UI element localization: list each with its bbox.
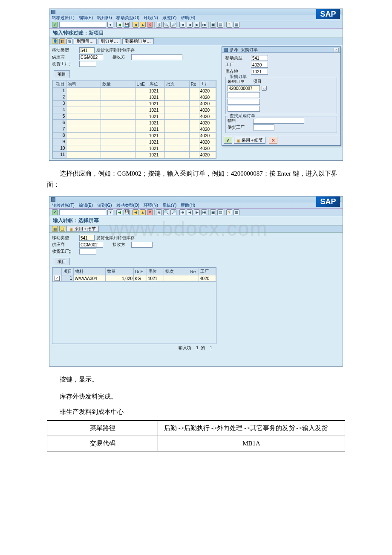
user-icon[interactable]: 👤 bbox=[52, 38, 58, 44]
search-help-icon[interactable]: ⌕ bbox=[262, 86, 267, 91]
layout-icon[interactable]: ▦ bbox=[233, 22, 239, 28]
prev-page-icon[interactable]: ◀ bbox=[187, 22, 193, 28]
batch-cell[interactable] bbox=[164, 275, 189, 281]
re-cell[interactable] bbox=[190, 94, 199, 100]
nav-cancel-icon[interactable]: ✕ bbox=[147, 22, 153, 28]
sloc-cell[interactable] bbox=[148, 101, 164, 107]
batch-cell[interactable] bbox=[165, 126, 189, 132]
next-page-icon[interactable]: ▶ bbox=[194, 22, 200, 28]
material-cell[interactable] bbox=[66, 113, 101, 119]
batch-cell[interactable] bbox=[165, 120, 189, 126]
delete-icon[interactable]: 🗑 bbox=[66, 38, 72, 44]
menu-item[interactable]: 帮助(H) bbox=[181, 202, 195, 208]
une-cell[interactable] bbox=[135, 152, 148, 158]
to-reservation-button[interactable]: 到预留… bbox=[74, 38, 97, 44]
sloc-cell[interactable] bbox=[147, 275, 164, 281]
popup-sloc-input[interactable] bbox=[251, 69, 268, 75]
last-page-icon[interactable]: ⏭ bbox=[201, 209, 207, 215]
sloc-cell[interactable] bbox=[148, 88, 164, 94]
batch-cell[interactable] bbox=[165, 94, 189, 100]
print-icon[interactable]: 🖨 bbox=[156, 209, 162, 215]
sloc-cell[interactable] bbox=[148, 126, 164, 132]
table-row[interactable]: 2 bbox=[53, 94, 216, 101]
sloc-cell[interactable] bbox=[148, 152, 164, 158]
receiving-plant-input[interactable] bbox=[79, 61, 96, 67]
prev-page-icon[interactable]: ◀ bbox=[187, 209, 193, 215]
une-cell[interactable] bbox=[135, 120, 148, 126]
plant-cell[interactable] bbox=[199, 275, 216, 281]
une-cell[interactable] bbox=[135, 88, 148, 94]
row-checkbox[interactable]: ✓ bbox=[55, 276, 60, 281]
une-cell[interactable] bbox=[135, 107, 148, 113]
nav-exit-icon[interactable]: ▲ bbox=[140, 209, 146, 215]
popup-movetype-input[interactable] bbox=[251, 55, 268, 61]
qty-cell[interactable] bbox=[101, 107, 135, 113]
save-icon[interactable]: 💾 bbox=[124, 209, 130, 215]
sloc-cell[interactable] bbox=[148, 113, 164, 119]
re-cell[interactable] bbox=[190, 152, 199, 158]
print-icon[interactable]: 🖨 bbox=[156, 22, 162, 28]
menu-item[interactable]: 编辑(E) bbox=[79, 15, 93, 21]
plant-cell[interactable] bbox=[199, 139, 216, 145]
plant-cell[interactable] bbox=[199, 133, 216, 139]
re-cell[interactable] bbox=[190, 88, 199, 94]
tcode-input[interactable] bbox=[59, 209, 106, 215]
find-icon[interactable]: 🔍 bbox=[163, 22, 169, 28]
ok-icon[interactable]: ✔ bbox=[52, 22, 58, 28]
plant-cell[interactable] bbox=[199, 113, 216, 119]
table-row[interactable]: 3 bbox=[53, 101, 216, 107]
plant-cell[interactable] bbox=[199, 120, 216, 126]
une-cell[interactable] bbox=[135, 133, 148, 139]
nav-back-icon[interactable]: ◀ bbox=[133, 209, 138, 215]
batch-cell[interactable] bbox=[165, 113, 189, 119]
batch-cell[interactable] bbox=[165, 145, 189, 151]
re-cell[interactable] bbox=[190, 126, 199, 132]
first-page-icon[interactable]: ⏮ bbox=[179, 209, 185, 215]
adopt-details-button[interactable]: ▣采用＋细节 bbox=[66, 226, 99, 232]
layout-icon[interactable]: ▦ bbox=[233, 209, 239, 215]
new-session-icon[interactable]: ▣ bbox=[210, 22, 216, 28]
plant-cell[interactable] bbox=[199, 88, 216, 94]
last-page-icon[interactable]: ⏭ bbox=[201, 22, 207, 28]
items-tab[interactable]: 项目 bbox=[54, 70, 70, 78]
first-page-icon[interactable]: ⏮ bbox=[179, 22, 185, 28]
select-all-icon[interactable]: ▦ bbox=[52, 226, 58, 232]
une-cell[interactable] bbox=[135, 145, 148, 151]
menu-item[interactable]: 编辑(E) bbox=[79, 202, 93, 208]
dropdown-icon[interactable]: ▾ bbox=[107, 22, 113, 28]
material-cell[interactable] bbox=[66, 120, 101, 126]
table-row[interactable]: 5 bbox=[53, 113, 216, 120]
back-icon[interactable]: ◀ bbox=[116, 209, 122, 215]
qty-cell[interactable] bbox=[101, 133, 135, 139]
popup-po-input-3[interactable] bbox=[228, 99, 260, 105]
to-order-button[interactable]: 到订单… bbox=[98, 38, 121, 44]
batch-cell[interactable] bbox=[165, 152, 189, 158]
batch-cell[interactable] bbox=[165, 139, 189, 145]
re-cell[interactable] bbox=[190, 139, 199, 145]
batch-cell[interactable] bbox=[165, 88, 189, 94]
table-row[interactable]: 4 bbox=[53, 107, 216, 113]
re-cell[interactable] bbox=[190, 101, 199, 107]
find-icon[interactable]: 🔍 bbox=[163, 209, 169, 215]
re-cell[interactable] bbox=[190, 133, 199, 139]
material-cell[interactable] bbox=[66, 133, 101, 139]
sloc-cell[interactable] bbox=[148, 120, 164, 126]
qty-cell[interactable] bbox=[101, 120, 135, 126]
qty-cell[interactable] bbox=[101, 139, 135, 145]
tcode-input[interactable] bbox=[59, 22, 106, 28]
menu-item[interactable]: 移动类型(O) bbox=[116, 202, 139, 208]
popup-po-input-2[interactable] bbox=[228, 92, 260, 98]
une-cell[interactable] bbox=[135, 139, 148, 145]
qty-cell[interactable] bbox=[101, 101, 135, 107]
une-cell[interactable] bbox=[135, 101, 148, 107]
menu-item[interactable]: 转移过帐(T) bbox=[52, 15, 75, 21]
popup-po-input-4[interactable] bbox=[228, 106, 260, 112]
qty-cell[interactable] bbox=[101, 152, 135, 158]
items-tab[interactable]: 项目 bbox=[54, 258, 70, 265]
vendor-input[interactable] bbox=[79, 54, 103, 60]
material-cell[interactable] bbox=[66, 139, 101, 145]
table-row[interactable]: 11 bbox=[53, 152, 216, 158]
menu-item[interactable]: 转移过帐(T) bbox=[52, 202, 75, 208]
plant-cell[interactable] bbox=[199, 145, 216, 151]
nav-back-icon[interactable]: ◀ bbox=[133, 22, 138, 28]
